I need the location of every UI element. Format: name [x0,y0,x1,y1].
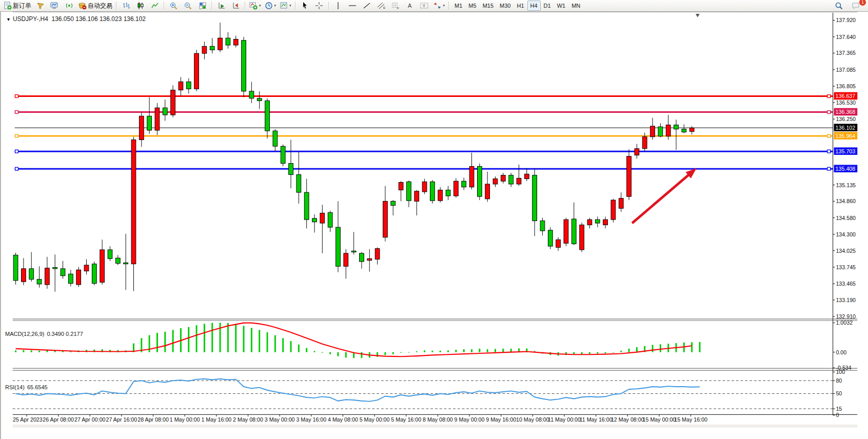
search-button[interactable] [832,1,846,11]
timeframe-h4[interactable]: H4 [527,1,541,11]
timeframe-mn[interactable]: MN [568,1,583,11]
candle-bullish [383,201,388,237]
toolbar-separator [328,2,329,10]
macd-histogram-bar [628,349,630,352]
chart-shift-button[interactable] [229,1,243,11]
toolbar-separator [211,2,212,10]
candle-bullish [375,249,380,260]
chart-background[interactable] [13,12,858,428]
candle-bullish [194,53,199,89]
line-handle[interactable] [15,167,18,170]
macd-histogram-bar [691,342,693,352]
candle-bearish [430,182,435,201]
rsi-tick-label: 15 [836,406,842,412]
time-axis-label: 1 May 16:00 [201,416,231,423]
arrows-button[interactable]: ▾ [432,1,447,11]
chart-canvas[interactable]: 137.920137.640137.365137.085136.805136.5… [1,12,868,439]
line-handle[interactable] [15,134,18,137]
equidistant-channel-button[interactable]: E [374,1,388,11]
timeframe-m1[interactable]: M1 [451,1,465,11]
horizontal-line-button[interactable] [346,1,360,11]
candle-bearish [477,166,482,196]
line-handle[interactable] [827,111,831,114]
terminal-button[interactable] [48,1,62,11]
templates-button[interactable]: ▾ [278,1,293,11]
macd-histogram-bar [699,342,701,352]
macd-histogram-bar [31,350,32,352]
line-handle[interactable] [827,167,831,170]
bar-chart-button[interactable] [119,1,133,11]
candle-bearish [53,268,57,269]
indicators-button[interactable]: ▾ [248,1,263,11]
timeframe-w1[interactable]: W1 [554,1,569,11]
chart-window[interactable]: 137.920137.640137.365137.085136.805136.5… [0,12,868,439]
candlestick-chart-icon [136,2,145,10]
macd-histogram-bar [392,352,394,354]
candle-bullish [689,128,694,131]
periods-button[interactable]: ▾ [263,1,278,11]
line-handle[interactable] [15,95,18,98]
signals-button[interactable] [62,1,76,11]
macd-histogram-bar [400,352,402,353]
notification-badge: 1 [859,0,866,6]
timeframe-d1[interactable]: D1 [541,1,554,11]
macd-histogram-bar [227,323,229,352]
symbol-dropdown-icon[interactable]: ▼ [6,17,11,22]
chart-shift-icon [232,2,240,10]
line-handle[interactable] [827,150,831,153]
time-axis-label: 9 May 00:00 [455,416,485,423]
line-handle[interactable] [827,134,831,137]
line-handle[interactable] [827,95,831,98]
cursor-button[interactable] [298,1,312,11]
indicators-icon [249,2,258,10]
candle-bullish [202,46,207,53]
candle-bearish [108,250,112,258]
timeframe-h1[interactable]: H1 [514,1,527,11]
tile-windows-button[interactable] [195,1,209,11]
price-tick-label: 133.465 [836,281,856,287]
new-order-button[interactable]: 新订单 [2,1,33,11]
candle-bearish [532,175,537,221]
price-tick-label: 133.745 [836,264,856,270]
depth-of-market-button[interactable] [33,1,47,11]
candle-bearish [226,38,230,45]
zoom-in-button[interactable] [167,1,181,11]
macd-histogram-bar [479,349,480,352]
price-badge-label: 135.408 [836,166,856,172]
fibonacci-button[interactable]: F [389,1,403,11]
macd-histogram-bar [282,338,284,352]
vertical-line-button[interactable] [331,1,345,11]
candle-bearish [273,131,278,146]
macd-histogram-bar [314,351,315,352]
auto-scroll-button[interactable] [214,1,228,11]
line-handle[interactable] [15,111,18,114]
macd-histogram-bar [431,351,433,352]
candlestick-chart-button[interactable] [133,1,147,11]
macd-histogram-bar [322,352,323,353]
line-chart-button[interactable] [148,1,162,11]
candle-bullish [469,166,474,187]
templates-icon [280,2,288,10]
timeframe-m15[interactable]: M15 [480,1,497,11]
chart-symbol: USDJPY-,H4 [13,15,48,23]
notifications-button[interactable]: 1 [849,1,863,11]
new-order-label: 新订单 [13,2,31,10]
time-axis-label: 11 May 00:00 [548,416,581,423]
candle-bullish [76,270,81,285]
fibonacci-icon: F [391,2,400,10]
text-label-button[interactable]: T [418,1,431,11]
candle-bullish [453,181,458,196]
timeframe-m5[interactable]: M5 [465,1,479,11]
toolbar-separator [116,2,117,10]
line-handle[interactable] [15,150,18,153]
toolbar-separator [295,2,296,10]
macd-histogram-bar [243,326,245,352]
trendline-button[interactable] [360,1,374,11]
crosshair-button[interactable] [312,1,326,11]
zoom-out-button[interactable] [181,1,195,11]
auto-trading-button[interactable]: 自动交易 [76,1,114,11]
timeframe-m30[interactable]: M30 [497,1,514,11]
text-button[interactable]: A [403,1,417,11]
rsi-tick-label: 80 [836,377,842,384]
candle-bullish [650,126,655,137]
